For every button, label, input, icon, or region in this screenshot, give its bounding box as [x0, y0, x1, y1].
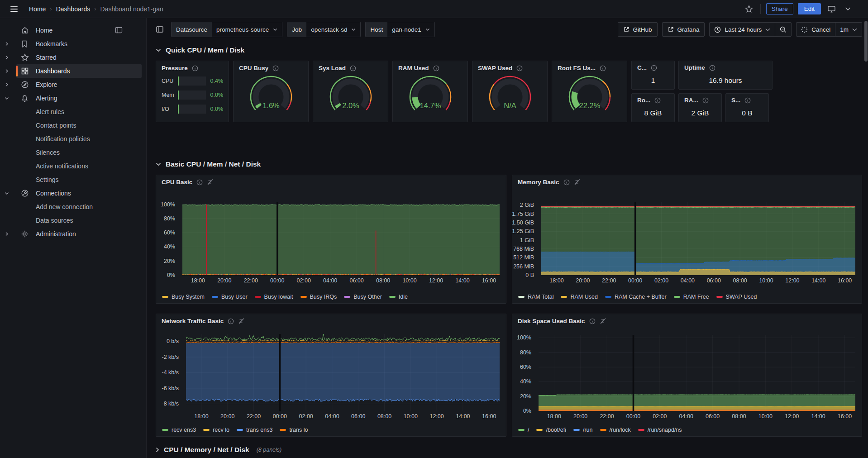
chart-plot-area[interactable] — [541, 202, 855, 275]
legend-item-busy-user[interactable]: Busy User — [212, 294, 248, 300]
sidebar-item-connections[interactable]: Connections — [0, 186, 146, 200]
info-icon[interactable] — [744, 97, 751, 104]
variable-value-select[interactable]: gan-node1 — [387, 22, 434, 37]
legend-item-trans-lo[interactable]: trans lo — [280, 427, 308, 433]
y-tick-label: 1.25 GiB — [512, 228, 534, 234]
legend-item-ram-used[interactable]: RAM Used — [561, 294, 597, 300]
panel-status-icon[interactable] — [238, 318, 245, 324]
legend-item-busy-irqs[interactable]: Busy IRQs — [300, 294, 337, 300]
sidebar-item-alerting[interactable]: Alerting — [0, 91, 146, 105]
sidebar-item-dashboards[interactable]: Dashboards — [0, 64, 146, 78]
zoom-out-button[interactable] — [775, 23, 791, 36]
star-icon[interactable] — [743, 3, 755, 15]
breadcrumb-item-dashboards[interactable]: Dashboards — [56, 5, 91, 13]
legend-item-run-snapd-ns[interactable]: /run/snapd/ns — [638, 427, 682, 433]
info-icon[interactable] — [651, 65, 657, 71]
chevron-down-icon — [351, 27, 356, 32]
legend-item-ram-total[interactable]: RAM Total — [518, 294, 553, 300]
info-icon[interactable] — [600, 65, 606, 72]
sidebar-item-explore[interactable]: Explore — [0, 78, 146, 91]
legend-item-recv-lo[interactable]: recv lo — [203, 427, 229, 433]
chevron-down-icon[interactable] — [5, 191, 16, 196]
legend-item-idle[interactable]: Idle — [389, 294, 408, 300]
x-tick-label: 10:00 — [754, 413, 777, 420]
legend-item-busy-iowait[interactable]: Busy Iowait — [255, 294, 293, 300]
info-icon[interactable] — [589, 318, 596, 324]
legend-item-[interactable]: / — [518, 427, 529, 433]
section-header-quick[interactable]: Quick CPU / Mem / Disk — [156, 45, 862, 55]
chart-plot-area[interactable] — [182, 202, 500, 275]
breadcrumb-item-home[interactable]: Home — [29, 5, 46, 13]
variable-value-select[interactable]: openstack-sd — [306, 22, 360, 37]
info-icon[interactable] — [228, 318, 234, 324]
info-icon[interactable] — [196, 179, 203, 186]
info-icon[interactable] — [709, 65, 715, 71]
chevron-right-icon[interactable] — [5, 42, 16, 46]
y-axis-labels: 0%20%40%60%80%100% — [512, 335, 535, 411]
chevron-down-icon[interactable] — [5, 96, 16, 100]
chevron-down-icon[interactable] — [842, 3, 854, 15]
chevron-right-icon[interactable] — [5, 232, 16, 236]
legend-item-busy-other[interactable]: Busy Other — [344, 294, 382, 300]
legend-item-boot-efi[interactable]: /boot/efi — [536, 427, 566, 433]
link-button-grafana[interactable]: Grafana — [662, 22, 705, 37]
chevron-down-icon — [156, 48, 161, 52]
panel-status-icon[interactable] — [207, 179, 214, 186]
chart-plot-area[interactable] — [186, 334, 500, 411]
sidebar-item-add-new-connection[interactable]: Add new connection — [0, 200, 146, 214]
legend-item-swap-used[interactable]: SWAP Used — [716, 294, 757, 300]
sidebar-item-administration[interactable]: Administration — [0, 227, 146, 241]
tv-kiosk-icon[interactable] — [825, 3, 837, 15]
sidebar-item-silences[interactable]: Silences — [0, 146, 146, 159]
variable-datasource[interactable]: Datasourceprometheus-source — [171, 22, 282, 37]
sidebar-item-active-notifications[interactable]: Active notifications — [0, 159, 146, 173]
info-icon[interactable] — [192, 65, 198, 72]
chevron-right-icon[interactable] — [5, 55, 16, 60]
time-range-button[interactable]: Last 24 hours — [710, 23, 775, 36]
sidebar-item-label: Alerting — [36, 95, 57, 102]
section-header-basic[interactable]: Basic CPU / Mem / Net / Disk — [156, 159, 862, 169]
sidebar-item-notification-policies[interactable]: Notification policies — [0, 132, 146, 146]
dock-toggle-icon[interactable] — [156, 25, 167, 33]
variable-value-select[interactable]: prometheus-source — [212, 22, 282, 37]
info-icon[interactable] — [433, 65, 439, 72]
variable-host[interactable]: Hostgan-node1 — [365, 22, 434, 37]
info-icon[interactable] — [702, 97, 709, 104]
legend-item-run-lock[interactable]: /run/lock — [600, 427, 631, 433]
sidebar-item-settings[interactable]: Settings — [0, 173, 146, 186]
panel-status-icon[interactable] — [574, 179, 581, 186]
refresh-interval-select[interactable]: 1m — [835, 23, 862, 36]
edit-button[interactable]: Edit — [798, 3, 821, 14]
legend-item-ram-free[interactable]: RAM Free — [674, 294, 709, 300]
info-icon[interactable] — [350, 65, 356, 72]
chevron-right-icon[interactable] — [5, 69, 16, 73]
sidebar-item-data-sources[interactable]: Data sources — [0, 214, 146, 227]
panel-status-icon[interactable] — [600, 318, 606, 324]
variable-job[interactable]: Jobopenstack-sd — [287, 22, 361, 37]
breadcrumb-item-dashboard-node1-gan[interactable]: Dashboard node1-gan — [100, 5, 163, 13]
sidebar-item-alert-rules[interactable]: Alert rules — [0, 105, 146, 119]
sidebar-item-starred[interactable]: Starred — [0, 51, 146, 64]
info-icon[interactable] — [516, 65, 523, 72]
sidebar-item-home[interactable]: Home — [0, 24, 146, 37]
share-button[interactable]: Share — [766, 3, 793, 14]
cancel-refresh-button[interactable]: Cancel — [796, 23, 835, 36]
sidebar-item-bookmarks[interactable]: Bookmarks — [0, 37, 146, 51]
legend-item-busy-system[interactable]: Busy System — [162, 294, 205, 300]
legend-item-ram-cache-buffer[interactable]: RAM Cache + Buffer — [605, 294, 667, 300]
stat-value: 0 B — [726, 107, 768, 119]
info-icon[interactable] — [272, 65, 279, 72]
y-tick-label: 20% — [520, 393, 531, 400]
info-icon[interactable] — [563, 179, 570, 186]
info-icon[interactable] — [654, 97, 661, 104]
legend-item-recv-ens3[interactable]: recv ens3 — [162, 427, 196, 433]
chevron-right-icon[interactable] — [5, 82, 16, 87]
link-button-github[interactable]: GitHub — [618, 22, 658, 37]
hamburger-menu-icon[interactable] — [9, 4, 19, 14]
legend-item-run[interactable]: /run — [573, 427, 593, 433]
section-header-collapsed[interactable]: CPU / Memory / Net / Disk (8 panels) — [156, 445, 862, 455]
scrollbar-thumb[interactable] — [864, 21, 868, 62]
chart-plot-area[interactable] — [539, 335, 855, 411]
legend-item-trans-ens3[interactable]: trans ens3 — [237, 427, 272, 433]
sidebar-item-contact-points[interactable]: Contact points — [0, 119, 146, 132]
